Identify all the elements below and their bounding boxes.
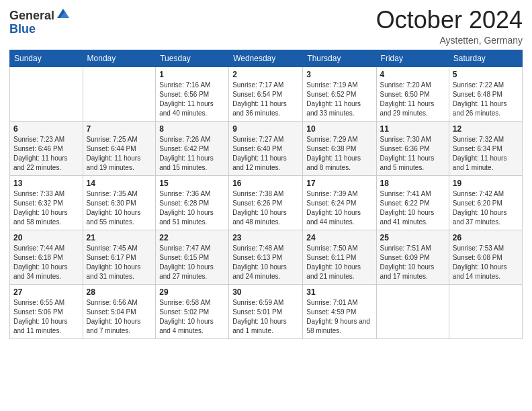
day-number: 4 [380, 70, 445, 79]
day-number: 22 [159, 233, 225, 242]
table-row: 9Sunrise: 7:27 AM Sunset: 6:40 PM Daylig… [229, 121, 303, 175]
day-info: Sunrise: 7:41 AM Sunset: 6:22 PM Dayligh… [380, 189, 445, 227]
day-info: Sunrise: 7:35 AM Sunset: 6:30 PM Dayligh… [87, 189, 152, 227]
day-info: Sunrise: 7:23 AM Sunset: 6:46 PM Dayligh… [13, 135, 79, 173]
day-number: 8 [159, 124, 225, 134]
day-info: Sunrise: 7:36 AM Sunset: 6:28 PM Dayligh… [159, 189, 225, 227]
day-number: 7 [87, 124, 152, 134]
day-number: 9 [232, 124, 299, 134]
table-row: 6Sunrise: 7:23 AM Sunset: 6:46 PM Daylig… [10, 121, 83, 175]
month-title: October 2024 [376, 7, 523, 34]
day-number: 18 [380, 179, 445, 188]
day-number: 26 [453, 233, 519, 242]
day-number: 12 [453, 124, 519, 134]
table-row: 25Sunrise: 7:51 AM Sunset: 6:09 PM Dayli… [376, 230, 449, 284]
day-info: Sunrise: 6:59 AM Sunset: 5:01 PM Dayligh… [232, 298, 299, 336]
day-info: Sunrise: 7:29 AM Sunset: 6:38 PM Dayligh… [306, 135, 372, 173]
day-info: Sunrise: 7:42 AM Sunset: 6:20 PM Dayligh… [453, 189, 519, 227]
table-row: 3Sunrise: 7:19 AM Sunset: 6:52 PM Daylig… [303, 66, 376, 121]
day-number: 11 [380, 124, 445, 134]
header-monday: Monday [83, 50, 156, 66]
day-number: 2 [232, 70, 299, 79]
table-row: 22Sunrise: 7:47 AM Sunset: 6:15 PM Dayli… [156, 230, 229, 284]
table-row: 8Sunrise: 7:26 AM Sunset: 6:42 PM Daylig… [156, 121, 229, 175]
table-row: 13Sunrise: 7:33 AM Sunset: 6:32 PM Dayli… [10, 175, 83, 230]
day-info: Sunrise: 7:51 AM Sunset: 6:09 PM Dayligh… [380, 244, 445, 281]
day-info: Sunrise: 7:53 AM Sunset: 6:08 PM Dayligh… [453, 244, 519, 281]
calendar-page: General Blue October 2024 Aystetten, Ger… [0, 0, 532, 411]
title-block: October 2024 Aystetten, Germany [376, 7, 523, 46]
header-saturday: Saturday [449, 50, 522, 66]
header-tuesday: Tuesday [156, 50, 229, 66]
day-number: 23 [232, 233, 299, 242]
day-number: 3 [306, 70, 372, 79]
day-info: Sunrise: 7:17 AM Sunset: 6:54 PM Dayligh… [232, 81, 299, 118]
day-number: 19 [453, 179, 519, 188]
table-row [449, 284, 522, 338]
day-info: Sunrise: 7:48 AM Sunset: 6:13 PM Dayligh… [232, 244, 299, 281]
day-info: Sunrise: 7:25 AM Sunset: 6:44 PM Dayligh… [87, 135, 152, 173]
calendar-week-row: 20Sunrise: 7:44 AM Sunset: 6:18 PM Dayli… [10, 230, 523, 284]
day-info: Sunrise: 7:47 AM Sunset: 6:15 PM Dayligh… [159, 244, 225, 281]
day-number: 29 [159, 287, 225, 297]
day-info: Sunrise: 7:38 AM Sunset: 6:26 PM Dayligh… [232, 189, 299, 227]
location-title: Aystetten, Germany [376, 35, 523, 46]
day-number: 24 [306, 233, 372, 242]
day-number: 15 [159, 179, 225, 188]
day-info: Sunrise: 7:30 AM Sunset: 6:36 PM Dayligh… [380, 135, 445, 173]
table-row: 21Sunrise: 7:45 AM Sunset: 6:17 PM Dayli… [83, 230, 156, 284]
day-number: 28 [87, 287, 152, 297]
calendar-week-row: 27Sunrise: 6:55 AM Sunset: 5:06 PM Dayli… [10, 284, 523, 338]
day-info: Sunrise: 7:33 AM Sunset: 6:32 PM Dayligh… [13, 189, 79, 227]
table-row: 29Sunrise: 6:58 AM Sunset: 5:02 PM Dayli… [156, 284, 229, 338]
day-info: Sunrise: 7:50 AM Sunset: 6:11 PM Dayligh… [306, 244, 372, 281]
day-info: Sunrise: 6:58 AM Sunset: 5:02 PM Dayligh… [159, 298, 225, 336]
logo-icon [56, 6, 71, 21]
day-number: 16 [232, 179, 299, 188]
day-info: Sunrise: 7:22 AM Sunset: 6:48 PM Dayligh… [453, 81, 519, 118]
day-info: Sunrise: 7:19 AM Sunset: 6:52 PM Dayligh… [306, 81, 372, 118]
table-row: 23Sunrise: 7:48 AM Sunset: 6:13 PM Dayli… [229, 230, 303, 284]
table-row: 20Sunrise: 7:44 AM Sunset: 6:18 PM Dayli… [10, 230, 83, 284]
day-number: 31 [306, 287, 372, 297]
header-wednesday: Wednesday [229, 50, 303, 66]
header-sunday: Sunday [10, 50, 83, 66]
header-friday: Friday [376, 50, 449, 66]
table-row: 1Sunrise: 7:16 AM Sunset: 6:56 PM Daylig… [156, 66, 229, 121]
day-info: Sunrise: 7:16 AM Sunset: 6:56 PM Dayligh… [159, 81, 225, 118]
day-info: Sunrise: 7:01 AM Sunset: 4:59 PM Dayligh… [306, 298, 372, 336]
table-row [376, 284, 449, 338]
header: General Blue October 2024 Aystetten, Ger… [9, 7, 523, 46]
table-row: 12Sunrise: 7:32 AM Sunset: 6:34 PM Dayli… [449, 121, 522, 175]
day-number: 13 [13, 179, 79, 188]
calendar-week-row: 6Sunrise: 7:23 AM Sunset: 6:46 PM Daylig… [10, 121, 523, 175]
day-info: Sunrise: 7:27 AM Sunset: 6:40 PM Dayligh… [232, 135, 299, 173]
day-info: Sunrise: 7:44 AM Sunset: 6:18 PM Dayligh… [13, 244, 79, 281]
table-row: 19Sunrise: 7:42 AM Sunset: 6:20 PM Dayli… [449, 175, 522, 230]
table-row: 16Sunrise: 7:38 AM Sunset: 6:26 PM Dayli… [229, 175, 303, 230]
calendar-week-row: 13Sunrise: 7:33 AM Sunset: 6:32 PM Dayli… [10, 175, 523, 230]
logo: General Blue [9, 9, 71, 36]
day-number: 20 [13, 233, 79, 242]
day-number: 14 [87, 179, 152, 188]
table-row: 2Sunrise: 7:17 AM Sunset: 6:54 PM Daylig… [229, 66, 303, 121]
day-info: Sunrise: 7:45 AM Sunset: 6:17 PM Dayligh… [87, 244, 152, 281]
table-row: 4Sunrise: 7:20 AM Sunset: 6:50 PM Daylig… [376, 66, 449, 121]
header-thursday: Thursday [303, 50, 376, 66]
calendar-table: Sunday Monday Tuesday Wednesday Thursday… [9, 50, 523, 339]
day-number: 5 [453, 70, 519, 79]
day-info: Sunrise: 6:56 AM Sunset: 5:04 PM Dayligh… [87, 298, 152, 336]
table-row: 7Sunrise: 7:25 AM Sunset: 6:44 PM Daylig… [83, 121, 156, 175]
day-number: 6 [13, 124, 79, 134]
day-number: 30 [232, 287, 299, 297]
table-row: 11Sunrise: 7:30 AM Sunset: 6:36 PM Dayli… [376, 121, 449, 175]
day-info: Sunrise: 7:26 AM Sunset: 6:42 PM Dayligh… [159, 135, 225, 173]
logo-general: General [9, 9, 54, 23]
day-number: 25 [380, 233, 445, 242]
day-number: 21 [87, 233, 152, 242]
day-info: Sunrise: 7:32 AM Sunset: 6:34 PM Dayligh… [453, 135, 519, 173]
table-row: 24Sunrise: 7:50 AM Sunset: 6:11 PM Dayli… [303, 230, 376, 284]
table-row: 5Sunrise: 7:22 AM Sunset: 6:48 PM Daylig… [449, 66, 522, 121]
logo-blue: Blue [9, 22, 36, 36]
table-row: 15Sunrise: 7:36 AM Sunset: 6:28 PM Dayli… [156, 175, 229, 230]
